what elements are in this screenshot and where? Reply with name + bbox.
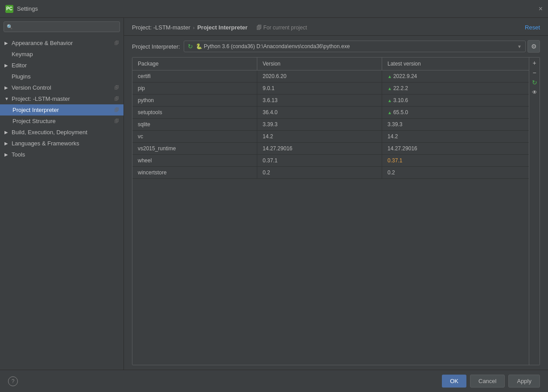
upgrade-arrow-icon: ▲ bbox=[387, 86, 392, 91]
package-name: python bbox=[132, 95, 257, 106]
sidebar-nav: ▶ Appearance & Behavior 🗐 Keymap ▶ Edito… bbox=[0, 36, 124, 370]
arrow-icon: ▶ bbox=[4, 41, 10, 45]
reset-button[interactable]: Reset bbox=[525, 24, 540, 31]
arrow-icon: ▶ bbox=[4, 130, 10, 135]
gear-button[interactable]: ⚙ bbox=[527, 40, 540, 53]
package-latest: 3.39.3 bbox=[382, 119, 529, 130]
help-button[interactable]: ? bbox=[8, 376, 18, 386]
gear-icon: ⚙ bbox=[531, 43, 537, 50]
package-name: vs2015_runtime bbox=[132, 143, 257, 154]
column-package: Package bbox=[132, 58, 257, 70]
interpreter-select[interactable]: ↻ 🐍 Python 3.6 (conda36) D:\Anaconda\env… bbox=[184, 41, 526, 52]
sidebar-item-label: Plugins bbox=[12, 73, 119, 80]
main-layout: 🔍 ▶ Appearance & Behavior 🗐 Keymap ▶ Edi… bbox=[0, 18, 548, 370]
arrow-icon: ▶ bbox=[4, 141, 10, 146]
package-version: 14.27.29016 bbox=[257, 143, 382, 154]
package-version: 3.39.3 bbox=[257, 119, 382, 130]
column-latest-version: Latest version bbox=[382, 58, 529, 70]
interpreter-label: Project Interpreter: bbox=[132, 43, 180, 50]
column-version: Version bbox=[257, 58, 382, 70]
package-version: 3.6.13 bbox=[257, 95, 382, 106]
sidebar-item-label: Editor bbox=[12, 62, 119, 69]
sidebar: 🔍 ▶ Appearance & Behavior 🗐 Keymap ▶ Edi… bbox=[0, 18, 124, 370]
title-bar-title: Settings bbox=[17, 5, 38, 12]
eye-button[interactable]: 👁 bbox=[530, 88, 539, 97]
add-package-button[interactable]: + bbox=[530, 58, 539, 67]
table-body: certifi 2020.6.20 ▲2022.9.24 pip 9.0.1 ▲… bbox=[132, 70, 529, 365]
copy-icon: 🗐 bbox=[115, 107, 119, 112]
sidebar-item-build-execution[interactable]: ▶ Build, Execution, Deployment bbox=[0, 127, 124, 138]
package-name: sqlite bbox=[132, 119, 257, 130]
table-row[interactable]: python 3.6.13 ▲3.10.6 bbox=[132, 95, 529, 107]
interpreter-value: 🐍 Python 3.6 (conda36) D:\Anaconda\envs\… bbox=[196, 43, 515, 50]
package-name: vc bbox=[132, 131, 257, 142]
package-name: pip bbox=[132, 83, 257, 94]
package-latest: 14.2 bbox=[382, 131, 529, 142]
package-version: 14.2 bbox=[257, 131, 382, 142]
copy-icon: 🗐 bbox=[115, 41, 119, 45]
refresh-icon: ↻ bbox=[532, 79, 537, 86]
sidebar-item-version-control[interactable]: ▶ Version Control 🗐 bbox=[0, 82, 124, 93]
table-row[interactable]: setuptools 36.4.0 ▲65.5.0 bbox=[132, 107, 529, 119]
sidebar-item-project-lstm[interactable]: ▼ Project: -LSTM-master 🗐 bbox=[0, 93, 124, 104]
table-row[interactable]: wheel 0.37.1 0.37.1 bbox=[132, 155, 529, 167]
close-button[interactable]: × bbox=[539, 5, 543, 13]
arrow-icon: ▼ bbox=[4, 96, 10, 101]
upgrade-arrow-icon: ▲ bbox=[387, 110, 392, 115]
breadcrumb-for-project: 🗐 For current project bbox=[256, 25, 307, 31]
package-latest: ▲65.5.0 bbox=[382, 107, 529, 118]
app-icon: PC bbox=[5, 5, 13, 13]
sidebar-item-plugins[interactable]: Plugins bbox=[0, 71, 124, 82]
sidebar-item-label: Project Interpreter bbox=[12, 107, 115, 113]
table-header: Package Version Latest version bbox=[132, 58, 529, 70]
search-input[interactable] bbox=[4, 21, 120, 32]
package-version: 0.37.1 bbox=[257, 155, 382, 166]
arrow-icon: ▶ bbox=[4, 85, 10, 90]
ok-button[interactable]: OK bbox=[442, 375, 466, 388]
table-row[interactable]: sqlite 3.39.3 3.39.3 bbox=[132, 119, 529, 131]
sidebar-item-label: Languages & Frameworks bbox=[12, 140, 119, 147]
sidebar-item-editor[interactable]: ▶ Editor bbox=[0, 60, 124, 71]
package-version: 2020.6.20 bbox=[257, 70, 382, 82]
search-box: 🔍 bbox=[4, 21, 120, 32]
sidebar-item-tools[interactable]: ▶ Tools bbox=[0, 149, 124, 160]
table-row[interactable]: pip 9.0.1 ▲22.2.2 bbox=[132, 83, 529, 95]
package-version: 36.4.0 bbox=[257, 107, 382, 118]
sidebar-item-label: Build, Execution, Deployment bbox=[12, 129, 119, 136]
cancel-button[interactable]: Cancel bbox=[470, 375, 505, 388]
table-row[interactable]: wincertstore 0.2 0.2 bbox=[132, 167, 529, 179]
sidebar-item-languages-frameworks[interactable]: ▶ Languages & Frameworks bbox=[0, 138, 124, 149]
python-spinner-icon: ↻ bbox=[188, 43, 193, 50]
sidebar-item-project-interpreter[interactable]: Project Interpreter 🗐 bbox=[0, 104, 124, 116]
refresh-button[interactable]: ↻ bbox=[530, 78, 539, 87]
package-latest: 0.37.1 bbox=[382, 155, 529, 166]
remove-package-button[interactable]: − bbox=[530, 68, 539, 77]
package-latest: ▲3.10.6 bbox=[382, 95, 529, 106]
package-name: certifi bbox=[132, 70, 257, 82]
table-row[interactable]: vc 14.2 14.2 bbox=[132, 131, 529, 143]
upgrade-arrow-icon: ▲ bbox=[387, 98, 392, 103]
package-name: wheel bbox=[132, 155, 257, 166]
sidebar-item-keymap[interactable]: Keymap bbox=[0, 49, 124, 60]
apply-button[interactable]: Apply bbox=[508, 375, 540, 388]
sidebar-item-project-structure[interactable]: Project Structure 🗐 bbox=[0, 116, 124, 127]
breadcrumb-bar: Project: -LSTM-master › Project Interpre… bbox=[124, 18, 548, 36]
eye-icon: 👁 bbox=[532, 89, 537, 95]
content-area: Project: -LSTM-master › Project Interpre… bbox=[124, 18, 548, 370]
table-row[interactable]: certifi 2020.6.20 ▲2022.9.24 bbox=[132, 70, 529, 83]
package-latest: 14.27.29016 bbox=[382, 143, 529, 154]
copy-icon: 🗐 bbox=[115, 119, 119, 124]
interpreter-row: Project Interpreter: ↻ 🐍 Python 3.6 (con… bbox=[124, 36, 548, 57]
search-icon: 🔍 bbox=[7, 24, 13, 30]
copy-icon: 🗐 bbox=[115, 96, 119, 101]
package-version: 9.0.1 bbox=[257, 83, 382, 94]
sidebar-item-label: Tools bbox=[12, 151, 119, 158]
package-table: Package Version Latest version certifi 2… bbox=[132, 58, 529, 365]
package-latest: 0.2 bbox=[382, 167, 529, 178]
upgrade-arrow-icon: ▲ bbox=[387, 74, 392, 79]
table-actions: + − ↻ 👁 bbox=[529, 58, 540, 365]
chevron-down-icon: ▼ bbox=[517, 44, 522, 49]
table-row[interactable]: vs2015_runtime 14.27.29016 14.27.29016 bbox=[132, 143, 529, 155]
sidebar-item-appearance[interactable]: ▶ Appearance & Behavior 🗐 bbox=[0, 37, 124, 49]
sidebar-item-label: Project: -LSTM-master bbox=[12, 95, 115, 102]
